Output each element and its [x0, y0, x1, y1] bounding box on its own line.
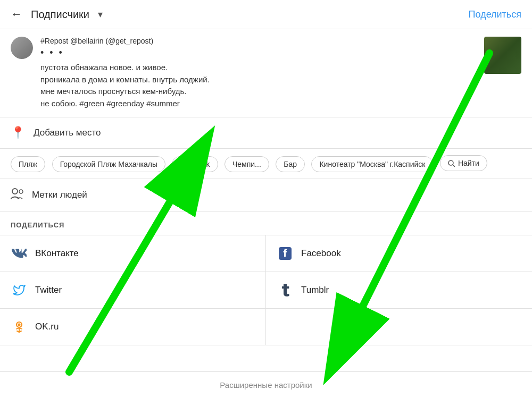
people-icon [11, 188, 23, 202]
post-thumbnail [484, 37, 521, 74]
twitter-label: Twitter [35, 285, 62, 295]
facebook-icon [277, 245, 294, 262]
social-item-tumblr[interactable]: Tumblr [266, 272, 532, 309]
social-item-vkontakte[interactable]: ВКонтакте [0, 235, 266, 272]
search-icon [448, 160, 455, 167]
tags-section: Пляж Городской Пляж Махачкалы Kaspiysk Ч… [0, 149, 532, 179]
header: ← Подписчики ▾ Поделиться [0, 0, 532, 29]
social-grid: ВКонтакте Facebook Twitter Tumblr [0, 235, 532, 345]
share-title: ПОДЕЛИТЬСЯ [11, 221, 64, 229]
dropdown-icon[interactable]: ▾ [98, 9, 103, 20]
back-button[interactable]: ← [11, 7, 22, 21]
tag-chip-5[interactable]: Кинотеатр "Москва" г.Каспийск [311, 156, 433, 172]
post-section: #Repost @bellairin (@get_repost) • • • п… [0, 29, 532, 117]
tumblr-icon [277, 282, 294, 299]
svg-rect-2 [12, 189, 18, 194]
vkontakte-label: ВКонтакте [35, 248, 79, 259]
social-item-empty [266, 309, 532, 345]
header-left: ← Подписчики ▾ [11, 7, 103, 21]
okru-label: OK.ru [35, 321, 59, 332]
twitter-icon [11, 282, 28, 299]
post-repost-text: #Repost @bellairin (@get_repost) [40, 37, 477, 45]
okru-icon [11, 318, 28, 335]
tag-chip-0[interactable]: Пляж [11, 156, 45, 172]
social-item-facebook[interactable]: Facebook [266, 235, 532, 272]
page-title: Подписчики [31, 9, 89, 21]
svg-point-0 [448, 160, 453, 165]
post-content: #Repost @bellairin (@get_repost) • • • п… [40, 37, 477, 109]
social-item-twitter[interactable]: Twitter [0, 272, 266, 309]
svg-rect-3 [19, 190, 23, 193]
post-dots: • • • [40, 47, 477, 58]
location-section[interactable]: 📍 Добавить место [0, 117, 532, 149]
tag-chip-2[interactable]: Kaspiysk [172, 156, 218, 172]
tag-search[interactable]: Найти [440, 155, 487, 171]
tumblr-label: Tumblr [301, 285, 329, 295]
footer[interactable]: Расширенные настройки [0, 371, 532, 398]
share-header: ПОДЕЛИТЬСЯ [0, 211, 532, 235]
share-button[interactable]: Поделиться [469, 9, 521, 20]
tag-chip-3[interactable]: Чемпи... [225, 156, 269, 172]
location-label: Добавить место [34, 128, 101, 138]
post-body: пустота обнажала новое. и живое.проникал… [40, 62, 477, 109]
social-item-okru[interactable]: OK.ru [0, 309, 266, 345]
people-label: Метки людей [32, 190, 87, 200]
tag-chip-1[interactable]: Городской Пляж Махачкалы [52, 156, 165, 172]
svg-point-6 [18, 323, 21, 326]
tag-chip-4[interactable]: Бар [276, 156, 305, 172]
footer-label: Расширенные настройки [220, 380, 312, 389]
facebook-label: Facebook [301, 248, 341, 259]
location-icon: 📍 [11, 126, 25, 140]
avatar [11, 37, 33, 59]
svg-line-1 [453, 165, 455, 167]
people-section[interactable]: Метки людей [0, 179, 532, 211]
vk-icon [11, 245, 28, 262]
